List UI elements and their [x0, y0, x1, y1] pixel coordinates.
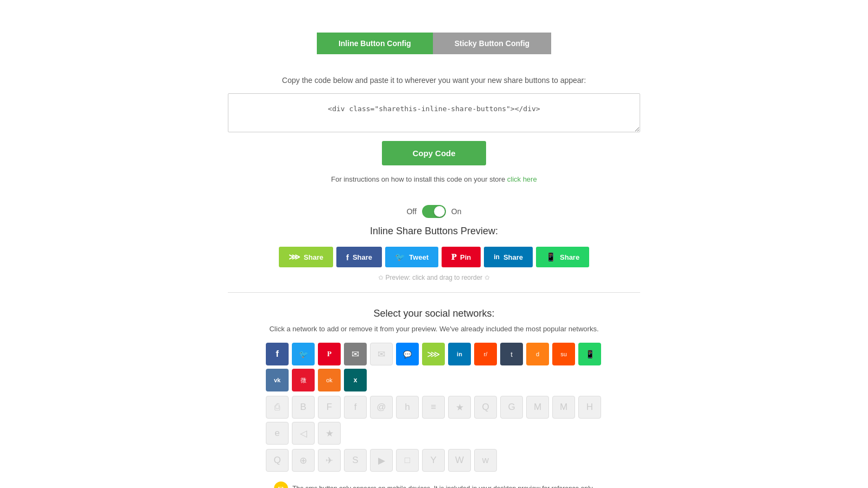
share-btn-whatsapp[interactable]: 📱 Share	[536, 247, 589, 267]
sms-note: ✉ The sms button only appears on mobile …	[274, 481, 594, 488]
network-email[interactable]: ✉	[344, 343, 367, 365]
pinterest-icon: 𝐏	[451, 252, 456, 262]
network-at[interactable]: @	[370, 396, 393, 419]
network-mnt[interactable]: ⊕	[292, 449, 315, 472]
sms-icon: ✉	[274, 481, 288, 488]
toggle-row: Off On	[406, 205, 461, 218]
tab-inline[interactable]: Inline Button Config	[317, 33, 433, 54]
network-xing[interactable]: x	[344, 369, 367, 391]
share-btn-sharethis[interactable]: ⋙ Share	[279, 247, 333, 267]
network-digg[interactable]: d	[526, 343, 549, 365]
network-stumbleupon[interactable]: su	[552, 343, 575, 365]
select-networks-title: Select your social networks:	[373, 308, 494, 319]
pinterest-label: Pin	[460, 253, 471, 261]
network-wordpress[interactable]: W	[448, 449, 471, 472]
whatsapp-icon: 📱	[546, 252, 556, 262]
toggle-switch[interactable]	[422, 205, 446, 218]
linkedin-label: Share	[503, 253, 523, 261]
network-pinterest[interactable]: 𝐏	[318, 343, 341, 365]
tab-sticky[interactable]: Sticky Button Config	[433, 33, 551, 54]
network-buffer[interactable]: ≡	[422, 396, 445, 419]
copy-code-button[interactable]: Copy Code	[382, 141, 486, 165]
instructions-text: Copy the code below and paste it to wher…	[282, 76, 586, 85]
select-networks-desc: Click a network to add or remove it from…	[269, 325, 598, 333]
twitter-label: Tweet	[409, 253, 429, 261]
networks-row1: f 🐦 𝐏 ✉ ✉ 💬 ⋙ in r/ t d su 📱 vk 微 ok x	[266, 343, 602, 391]
code-textarea[interactable]: <div class="sharethis-inline-share-butto…	[228, 93, 640, 132]
network-qzone[interactable]: Q	[474, 396, 497, 419]
share-buttons-preview: ⋙ Share f Share 🐦 Tweet 𝐏 Pin in Share 📱…	[279, 247, 589, 267]
install-note: For instructions on how to install this …	[331, 175, 537, 183]
share-btn-linkedin[interactable]: in Share	[484, 247, 533, 267]
sharethis-label: Share	[304, 253, 323, 261]
toggle-off-label: Off	[406, 207, 416, 216]
network-ok[interactable]: ok	[318, 369, 341, 391]
network-sms[interactable]: ✉	[370, 343, 393, 365]
share-btn-twitter[interactable]: 🐦 Tweet	[385, 247, 438, 267]
network-whatsapp[interactable]: 📱	[578, 343, 601, 365]
network-line[interactable]: □	[396, 449, 419, 472]
network-reddit[interactable]: r/	[474, 343, 497, 365]
tab-row: Inline Button Config Sticky Button Confi…	[317, 33, 551, 54]
network-vk[interactable]: vk	[266, 369, 289, 391]
network-weibo[interactable]: 微	[292, 369, 315, 391]
network-tumblr[interactable]: t	[500, 343, 523, 365]
network-flipboard[interactable]: F	[318, 396, 341, 419]
twitter-icon: 🐦	[395, 252, 405, 262]
network-gmail[interactable]: M	[526, 396, 549, 419]
facebook-icon: f	[346, 253, 349, 262]
network-mx[interactable]: M	[552, 396, 575, 419]
sharethis-icon: ⋙	[289, 252, 300, 262]
install-note-text: For instructions on how to install this …	[331, 175, 507, 183]
main-container: Inline Button Config Sticky Button Confi…	[228, 33, 640, 488]
share-btn-facebook[interactable]: f Share	[336, 247, 382, 267]
share-btn-pinterest[interactable]: 𝐏 Pin	[442, 247, 481, 267]
click-here-link[interactable]: click here	[507, 175, 537, 183]
network-houzz[interactable]: h	[396, 396, 419, 419]
network-sharethis[interactable]: ⋙	[422, 343, 445, 365]
network-evernote[interactable]: e	[266, 422, 289, 445]
toggle-on-label: On	[451, 207, 462, 216]
network-linkedin[interactable]: in	[448, 343, 471, 365]
network-twitter[interactable]: 🐦	[292, 343, 315, 365]
whatsapp-label: Share	[560, 253, 579, 261]
network-google-bookmarks[interactable]: G	[500, 396, 523, 419]
network-print[interactable]: ⎙	[266, 396, 289, 419]
network-diigo[interactable]: ✈	[318, 449, 341, 472]
network-skype[interactable]: S	[344, 449, 367, 472]
network-hacker[interactable]: H	[578, 396, 601, 419]
network-telegram[interactable]: ▶	[370, 449, 393, 472]
preview-title: Inline Share Buttons Preview:	[370, 226, 498, 237]
toggle-thumb	[434, 206, 445, 217]
facebook-label: Share	[353, 253, 372, 261]
network-wechat[interactable]: w	[474, 449, 497, 472]
network-folksy[interactable]: f	[344, 396, 367, 419]
network-blogger[interactable]: B	[292, 396, 315, 419]
networks-row2: ⎙ B F f @ h ≡ ★ Q G M M H e ◁ ★	[266, 396, 602, 445]
network-messenger[interactable]: 💬	[396, 343, 419, 365]
divider	[228, 292, 640, 293]
network-yahoo[interactable]: Y	[422, 449, 445, 472]
sms-note-text: The sms button only appears on mobile de…	[292, 485, 594, 488]
network-qq[interactable]: Q	[266, 449, 289, 472]
linkedin-icon: in	[494, 253, 500, 261]
drag-hint: ✩ Preview: click and drag to reorder ✩	[378, 274, 489, 281]
network-me[interactable]: ★	[448, 396, 471, 419]
networks-row3: Q ⊕ ✈ S ▶ □ Y W w	[266, 449, 602, 472]
network-facebook[interactable]: f	[266, 343, 289, 365]
network-pocket[interactable]: ◁	[292, 422, 315, 445]
network-favorites[interactable]: ★	[318, 422, 341, 445]
